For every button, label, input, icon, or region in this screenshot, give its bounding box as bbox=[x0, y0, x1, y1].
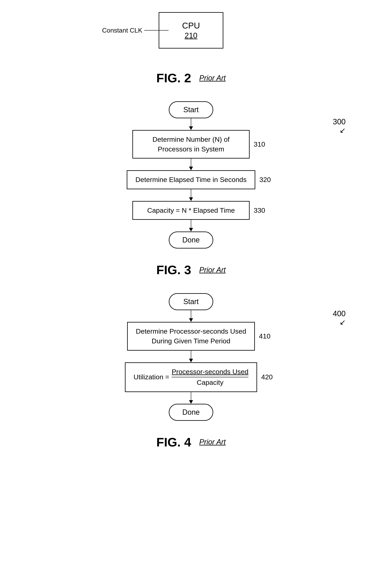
fig3-label: FIG. 3 bbox=[157, 263, 191, 277]
fig4-arrow1 bbox=[189, 310, 193, 322]
fig3-step320-number: 320 bbox=[259, 175, 271, 185]
fig3-step330-box: Capacity = N * Elapsed Time 330 bbox=[132, 201, 250, 220]
fig3-arrow3 bbox=[189, 189, 193, 201]
fig4-step410-box: Determine Processor-seconds Used During … bbox=[127, 322, 255, 350]
fig3-arrow2 bbox=[189, 159, 193, 170]
fig4-arrow3 bbox=[189, 392, 193, 404]
fig3-step320-text: Determine Elapsed Time in Seconds bbox=[135, 176, 247, 183]
fig3-ref-container: 300 ↙ bbox=[333, 118, 346, 135]
fig3-ref-arrow: ↙ bbox=[333, 126, 346, 135]
constant-clk-label: Constant CLK bbox=[102, 27, 169, 34]
fig4-step410-number: 410 bbox=[259, 331, 270, 341]
cpu-label: CPU bbox=[182, 21, 200, 31]
fig3-step330-text: Capacity = N * Elapsed Time bbox=[147, 207, 235, 214]
fig2-label: FIG. 2 bbox=[157, 71, 191, 85]
fig3-done-oval: Done bbox=[169, 231, 213, 249]
fig4-step410-text: Determine Processor-seconds Used During … bbox=[136, 327, 246, 345]
fig4-start-label: Start bbox=[183, 297, 199, 306]
fig4-ref-container: 400 ↙ bbox=[333, 309, 346, 327]
fig4-fraction: Processor-seconds Used Capacity bbox=[172, 367, 248, 387]
fig4-start-oval: Start bbox=[169, 293, 213, 310]
fig2-diagram: Constant CLK CPU 210 bbox=[159, 12, 223, 57]
fig3-flowchart: Start Determine Number (N) of Processors… bbox=[127, 101, 255, 249]
fig3-caption: FIG. 3 Prior Art bbox=[157, 263, 226, 277]
fig3-step320-box: Determine Elapsed Time in Seconds 320 bbox=[127, 170, 255, 189]
fig2-caption: FIG. 2 Prior Art bbox=[157, 71, 226, 85]
fig3-step310-number: 310 bbox=[254, 140, 265, 149]
fig3-section: 300 ↙ Start Determine Number (N) of Proc… bbox=[16, 101, 366, 277]
fig3-done-label: Done bbox=[182, 236, 200, 244]
fig3-step310-box: Determine Number (N) of Processors in Sy… bbox=[132, 130, 250, 159]
page-container: Constant CLK CPU 210 FIG. 2 Prior Art 30… bbox=[0, 0, 382, 588]
fig2-section: Constant CLK CPU 210 FIG. 2 Prior Art bbox=[16, 12, 366, 85]
fig2-prior-art: Prior Art bbox=[199, 74, 226, 82]
fig4-ref-number: 400 bbox=[333, 309, 346, 318]
fig4-prior-art: Prior Art bbox=[199, 438, 226, 446]
cpu-number: 210 bbox=[184, 31, 197, 40]
fig3-step310-text: Determine Number (N) of Processors in Sy… bbox=[152, 135, 230, 153]
fig4-label: FIG. 4 bbox=[157, 435, 191, 449]
fig4-done-oval: Done bbox=[169, 404, 213, 421]
fig4-caption: FIG. 4 Prior Art bbox=[157, 435, 226, 449]
fig3-arrow4 bbox=[189, 220, 193, 231]
fig3-step330-number: 330 bbox=[254, 206, 265, 215]
fig3-start-label: Start bbox=[183, 105, 199, 114]
fig4-step420-number: 420 bbox=[261, 372, 273, 382]
fig3-start-oval: Start bbox=[169, 101, 213, 118]
fig4-step420-box: Utilization = Processor-seconds Used Cap… bbox=[125, 362, 257, 392]
fig4-section: 400 ↙ Start Determine Processor-seconds … bbox=[16, 293, 366, 449]
fig4-denominator: Capacity bbox=[197, 377, 223, 387]
fig4-flowchart: Start Determine Processor-seconds Used D… bbox=[125, 293, 257, 420]
fig4-ref-arrow: ↙ bbox=[333, 318, 346, 327]
fig3-ref-number: 300 bbox=[333, 118, 346, 126]
fig4-numerator: Processor-seconds Used bbox=[172, 367, 248, 378]
cpu-box-container: Constant CLK CPU 210 bbox=[159, 12, 223, 48]
fig3-prior-art: Prior Art bbox=[199, 266, 226, 274]
fig4-utilization-prefix: Utilization = bbox=[134, 372, 169, 382]
fig4-done-label: Done bbox=[182, 408, 200, 416]
fig3-arrow1 bbox=[189, 118, 193, 130]
constant-clk-text: Constant CLK bbox=[102, 27, 142, 34]
fig4-arrow2 bbox=[189, 351, 193, 362]
